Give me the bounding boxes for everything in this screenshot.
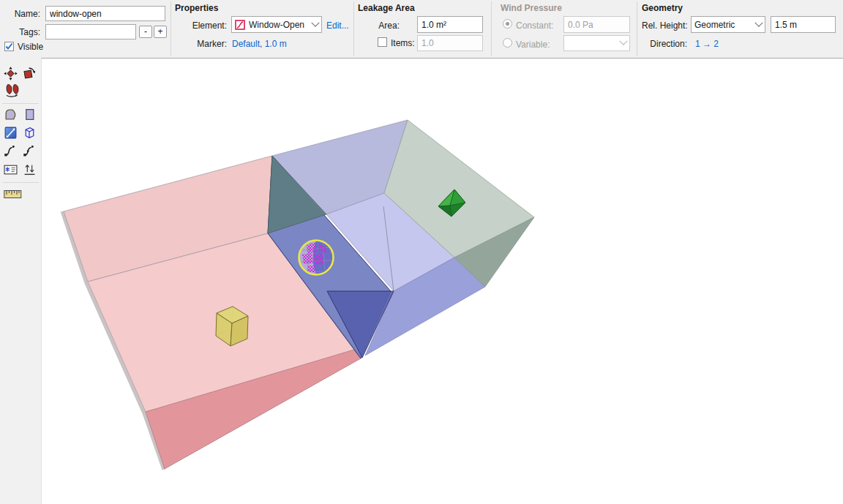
area-label: Area: bbox=[359, 20, 400, 31]
flow-path-sphere-marker[interactable] bbox=[299, 241, 334, 275]
zone-3d-tool-button[interactable] bbox=[21, 124, 37, 140]
properties-header: Properties bbox=[175, 3, 218, 13]
zone-3d-box-icon bbox=[23, 126, 37, 140]
property-toolbar: Name: Tags: - + Visible Properties Eleme… bbox=[0, 0, 843, 58]
chevron-down-icon bbox=[619, 37, 627, 45]
tag-add-button[interactable]: + bbox=[154, 26, 167, 38]
rotate-icon bbox=[22, 67, 36, 80]
constant-label: Constant: bbox=[516, 20, 553, 31]
orbit-tool-button[interactable] bbox=[2, 83, 24, 99]
zone-box-icon bbox=[23, 108, 37, 121]
element-label: Element: bbox=[176, 20, 227, 31]
chevron-down-icon bbox=[311, 18, 319, 26]
separator bbox=[2, 103, 39, 104]
spline-icon bbox=[4, 144, 18, 158]
properties-form-tool-button[interactable] bbox=[2, 161, 18, 177]
rel-height-mode-dropdown[interactable]: Geometric bbox=[691, 16, 765, 33]
spline-points-icon bbox=[23, 144, 37, 158]
edit-element-link[interactable]: Edit... bbox=[326, 20, 349, 31]
rel-height-input[interactable] bbox=[771, 16, 836, 33]
visible-checkbox[interactable] bbox=[4, 42, 14, 51]
zone-polygon-icon bbox=[4, 108, 18, 121]
variable-radio bbox=[503, 38, 512, 48]
pan-icon bbox=[4, 67, 18, 80]
rotate-tool-button[interactable] bbox=[20, 65, 37, 81]
flow-path-icon bbox=[4, 126, 18, 140]
direction-label: Direction: bbox=[642, 39, 687, 49]
visible-label: Visible bbox=[18, 42, 43, 52]
name-label: Name: bbox=[0, 9, 40, 19]
wind-pressure-header: Wind Pressure bbox=[501, 3, 562, 13]
marker-value-link[interactable]: Default, 1.0 m bbox=[232, 39, 287, 49]
zone-box-tool-button[interactable] bbox=[21, 106, 37, 122]
separator bbox=[171, 1, 171, 56]
flow-path-tool-button[interactable] bbox=[2, 124, 18, 140]
check-icon bbox=[5, 42, 13, 50]
items-label: Items: bbox=[391, 38, 415, 48]
ruler-icon bbox=[4, 189, 22, 200]
tags-label: Tags: bbox=[0, 27, 40, 37]
chevron-down-icon bbox=[754, 18, 763, 26]
spline-points-tool-button[interactable] bbox=[21, 143, 37, 159]
application-window: { "topbar": { "name_label": "Name:", "na… bbox=[0, 0, 843, 504]
leakage-area-header: Leakage Area bbox=[358, 3, 415, 13]
area-input[interactable] bbox=[417, 16, 483, 33]
items-checkbox[interactable] bbox=[378, 37, 387, 47]
direction-value-link[interactable]: 1 → 2 bbox=[695, 39, 719, 49]
zone-polygon-tool-button[interactable] bbox=[2, 106, 18, 122]
element-dropdown[interactable]: Window-Open bbox=[231, 16, 322, 33]
rel-height-mode-value: Geometric bbox=[694, 20, 753, 30]
separator bbox=[637, 1, 637, 56]
orbit-icon bbox=[4, 83, 23, 98]
spline-tool-button[interactable] bbox=[2, 143, 18, 159]
separator bbox=[491, 1, 492, 56]
variable-label: Variable: bbox=[516, 40, 550, 50]
geometry-header: Geometry bbox=[642, 3, 683, 13]
level-sort-tool-button[interactable] bbox=[21, 161, 37, 177]
tool-strip bbox=[0, 58, 41, 504]
properties-form-icon bbox=[4, 162, 18, 176]
separator bbox=[2, 182, 39, 183]
tags-input[interactable] bbox=[45, 24, 136, 40]
level-sort-icon bbox=[23, 162, 37, 176]
constant-radio bbox=[503, 19, 512, 29]
variable-dropdown bbox=[563, 35, 630, 51]
3d-viewport[interactable] bbox=[41, 58, 843, 504]
tag-remove-button[interactable]: - bbox=[139, 26, 152, 38]
items-input bbox=[417, 35, 483, 51]
3d-scene bbox=[42, 59, 843, 504]
pan-tool-button[interactable] bbox=[2, 65, 18, 81]
constant-pressure-input bbox=[563, 16, 630, 33]
rel-height-label: Rel. Height: bbox=[642, 20, 687, 31]
ruler-tool-button[interactable] bbox=[2, 186, 23, 202]
element-value: Window-Open bbox=[249, 20, 310, 30]
name-input[interactable] bbox=[45, 6, 165, 21]
radio-dot bbox=[506, 22, 509, 26]
window-open-element-icon bbox=[235, 20, 245, 30]
marker-label: Marker: bbox=[176, 39, 227, 49]
separator bbox=[353, 1, 354, 56]
